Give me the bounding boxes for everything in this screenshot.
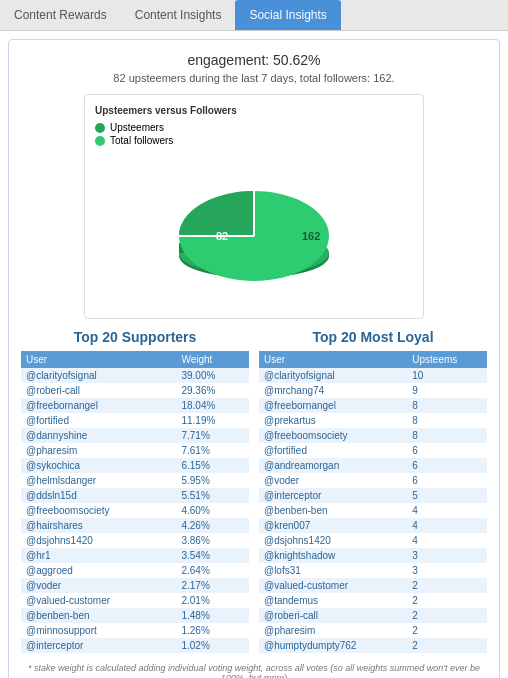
loyal-user: @freeboomsociety xyxy=(259,428,407,443)
supporter-user: @ddsln15d xyxy=(21,488,176,503)
supporter-user: @roberi-call xyxy=(21,383,176,398)
loyal-upsteems: 2 xyxy=(407,608,487,623)
supporters-body: @clarityofsignal39.00%@roberi-call29.36%… xyxy=(21,368,249,653)
table-row: @andreamorgan6 xyxy=(259,458,487,473)
chart-container: Upsteemers versus Followers Upsteemers T… xyxy=(84,94,424,319)
engagement-section: engagement: 50.62% 82 upsteemers during … xyxy=(21,52,487,84)
loyal-upsteems: 4 xyxy=(407,518,487,533)
tab-content-rewards[interactable]: Content Rewards xyxy=(0,0,121,30)
loyal-upsteems: 6 xyxy=(407,473,487,488)
supporter-user: @sykochica xyxy=(21,458,176,473)
supporters-col-weight: Weight xyxy=(176,351,249,368)
supporter-user: @helmlsdanger xyxy=(21,473,176,488)
chart-title: Upsteemers versus Followers xyxy=(95,105,413,116)
table-row: @benben-ben4 xyxy=(259,503,487,518)
supporter-weight: 7.61% xyxy=(176,443,249,458)
loyal-user: @mrchang74 xyxy=(259,383,407,398)
loyal-user: @fortified xyxy=(259,443,407,458)
supporter-weight: 5.51% xyxy=(176,488,249,503)
loyal-upsteems: 8 xyxy=(407,428,487,443)
tab-content-insights[interactable]: Content Insights xyxy=(121,0,236,30)
loyal-upsteems: 8 xyxy=(407,398,487,413)
table-row: @freeboomsociety4.60% xyxy=(21,503,249,518)
supporters-col-user: User xyxy=(21,351,176,368)
pie-label-upsteemers: 82 xyxy=(216,230,228,242)
pie-chart-area: 162 82 xyxy=(95,148,413,308)
loyal-user: @roberi-call xyxy=(259,608,407,623)
supporters-section: Top 20 Supporters User Weight @clarityof… xyxy=(21,329,249,653)
table-row: @humptydumpty7622 xyxy=(259,638,487,653)
loyal-upsteems: 2 xyxy=(407,593,487,608)
supporters-table: User Weight @clarityofsignal39.00%@rober… xyxy=(21,351,249,653)
table-row: @freebornangel18.04% xyxy=(21,398,249,413)
supporter-user: @pharesim xyxy=(21,443,176,458)
table-row: @sykochica6.15% xyxy=(21,458,249,473)
supporter-weight: 7.71% xyxy=(176,428,249,443)
supporter-user: @dsjohns1420 xyxy=(21,533,176,548)
pie-chart-svg: 162 82 xyxy=(154,148,354,308)
table-row: @roberi-call29.36% xyxy=(21,383,249,398)
supporter-weight: 3.54% xyxy=(176,548,249,563)
supporter-user: @fortified xyxy=(21,413,176,428)
supporter-user: @hr1 xyxy=(21,548,176,563)
loyal-user: @freebornangel xyxy=(259,398,407,413)
loyal-section: Top 20 Most Loyal User Upsteems @clarity… xyxy=(259,329,487,653)
table-row: @valued-customer2 xyxy=(259,578,487,593)
table-row: @valued-customer2.01% xyxy=(21,593,249,608)
supporter-user: @aggroed xyxy=(21,563,176,578)
supporter-weight: 39.00% xyxy=(176,368,249,383)
loyal-user: @andreamorgan xyxy=(259,458,407,473)
loyal-user: @pharesim xyxy=(259,623,407,638)
page-container: Content Rewards Content Insights Social … xyxy=(0,0,508,678)
table-row: @ddsln15d5.51% xyxy=(21,488,249,503)
supporter-user: @dannyshine xyxy=(21,428,176,443)
supporter-weight: 4.60% xyxy=(176,503,249,518)
tables-section: Top 20 Supporters User Weight @clarityof… xyxy=(21,329,487,653)
legend-upsteemers: Upsteemers xyxy=(95,122,413,133)
loyal-upsteems: 2 xyxy=(407,578,487,593)
table-row: @dannyshine7.71% xyxy=(21,428,249,443)
supporter-weight: 1.02% xyxy=(176,638,249,653)
loyal-upsteems: 4 xyxy=(407,533,487,548)
supporter-weight: 4.26% xyxy=(176,518,249,533)
supporter-weight: 3.86% xyxy=(176,533,249,548)
supporter-weight: 2.01% xyxy=(176,593,249,608)
loyal-col-upsteems: Upsteems xyxy=(407,351,487,368)
loyal-upsteems: 2 xyxy=(407,638,487,653)
loyal-user: @humptydumpty762 xyxy=(259,638,407,653)
loyal-table: User Upsteems @clarityofsignal10@mrchang… xyxy=(259,351,487,653)
pie-label-followers: 162 xyxy=(302,230,320,242)
table-row: @voder2.17% xyxy=(21,578,249,593)
tabs-bar: Content Rewards Content Insights Social … xyxy=(0,0,508,31)
table-row: @lofs313 xyxy=(259,563,487,578)
supporter-user: @freebornangel xyxy=(21,398,176,413)
loyal-user: @interceptor xyxy=(259,488,407,503)
table-row: @tandemus2 xyxy=(259,593,487,608)
engagement-title: engagement: 50.62% xyxy=(21,52,487,68)
supporter-weight: 18.04% xyxy=(176,398,249,413)
supporter-weight: 2.17% xyxy=(176,578,249,593)
loyal-user: @kren007 xyxy=(259,518,407,533)
table-row: @pharesim7.61% xyxy=(21,443,249,458)
loyal-upsteems: 9 xyxy=(407,383,487,398)
table-row: @prekartus8 xyxy=(259,413,487,428)
supporter-weight: 2.64% xyxy=(176,563,249,578)
supporter-weight: 5.95% xyxy=(176,473,249,488)
loyal-user: @voder xyxy=(259,473,407,488)
loyal-user: @tandemus xyxy=(259,593,407,608)
upsteemers-label: Upsteemers xyxy=(110,122,164,133)
loyal-title: Top 20 Most Loyal xyxy=(259,329,487,345)
loyal-upsteems: 3 xyxy=(407,563,487,578)
supporter-weight: 29.36% xyxy=(176,383,249,398)
table-row: @dsjohns14203.86% xyxy=(21,533,249,548)
table-row: @dsjohns14204 xyxy=(259,533,487,548)
followers-label: Total followers xyxy=(110,135,173,146)
main-content: engagement: 50.62% 82 upsteemers during … xyxy=(8,39,500,678)
table-row: @interceptor5 xyxy=(259,488,487,503)
table-row: @knightshadow3 xyxy=(259,548,487,563)
table-row: @benben-ben1.48% xyxy=(21,608,249,623)
supporter-user: @valued-customer xyxy=(21,593,176,608)
loyal-upsteems: 10 xyxy=(407,368,487,383)
tab-social-insights[interactable]: Social Insights xyxy=(235,0,340,30)
loyal-user: @clarityofsignal xyxy=(259,368,407,383)
